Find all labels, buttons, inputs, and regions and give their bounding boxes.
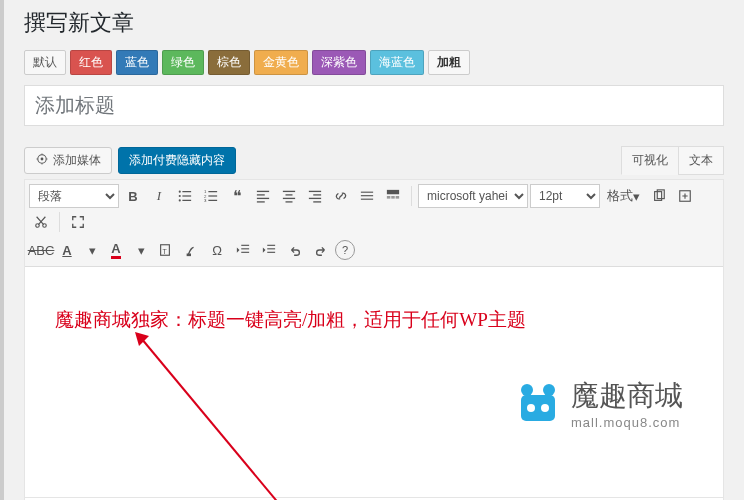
svg-rect-30 [387, 196, 391, 199]
svg-rect-17 [257, 201, 265, 202]
blockquote-button[interactable]: ❝ [225, 184, 249, 208]
strikethrough-button[interactable]: ABC [29, 238, 53, 262]
editor-container: 段落 B I 123 ❝ microsoft yahei 12pt 格式 ▾ [24, 179, 724, 498]
add-media-button[interactable]: 添加媒体 [24, 147, 112, 174]
color-button-3[interactable]: 绿色 [162, 50, 204, 75]
bold-button[interactable]: B [121, 184, 145, 208]
post-title-input[interactable] [24, 85, 724, 126]
tab-visual[interactable]: 可视化 [621, 146, 679, 175]
align-left-button[interactable] [251, 184, 275, 208]
svg-rect-5 [182, 195, 191, 196]
bullet-list-button[interactable] [173, 184, 197, 208]
editor-toolbar: 段落 B I 123 ❝ microsoft yahei 12pt 格式 ▾ [25, 180, 723, 267]
svg-rect-25 [313, 201, 321, 202]
svg-point-50 [543, 384, 555, 396]
color-button-row: 默认红色蓝色绿色棕色金黄色深紫色海蓝色加粗 [24, 50, 724, 75]
svg-rect-14 [257, 191, 269, 192]
text-color-dropdown[interactable]: ▾ [131, 238, 151, 262]
svg-rect-40 [187, 254, 191, 257]
logo-icon [515, 381, 561, 427]
svg-rect-13 [208, 200, 217, 201]
align-center-button[interactable] [277, 184, 301, 208]
media-row: 添加媒体 添加付费隐藏内容 可视化 文本 [24, 146, 724, 175]
svg-point-1 [41, 158, 44, 161]
color-button-5[interactable]: 金黄色 [254, 50, 308, 75]
editor-tabs: 可视化 文本 [622, 146, 724, 175]
svg-rect-31 [391, 196, 395, 199]
arrow-annotation [135, 332, 335, 500]
insert-button[interactable] [673, 184, 697, 208]
paste-text-button[interactable]: T [153, 238, 177, 262]
tab-text[interactable]: 文本 [678, 146, 724, 175]
add-paid-content-button[interactable]: 添加付费隐藏内容 [118, 147, 236, 174]
svg-rect-19 [286, 194, 293, 195]
svg-rect-41 [241, 245, 249, 246]
number-list-button[interactable]: 123 [199, 184, 223, 208]
outdent-button[interactable] [231, 238, 255, 262]
paragraph-select[interactable]: 段落 [29, 184, 119, 208]
copy-button[interactable] [647, 184, 671, 208]
svg-rect-15 [257, 194, 265, 195]
svg-rect-16 [257, 198, 269, 199]
svg-rect-21 [286, 201, 293, 202]
color-button-8[interactable]: 加粗 [428, 50, 470, 75]
link-button[interactable] [329, 184, 353, 208]
svg-rect-18 [283, 191, 295, 192]
toolbar-toggle-button[interactable] [381, 184, 405, 208]
redo-button[interactable] [309, 238, 333, 262]
svg-point-53 [541, 404, 549, 412]
help-button[interactable]: ? [335, 240, 355, 260]
clear-format-button[interactable] [179, 238, 203, 262]
svg-rect-22 [309, 191, 321, 192]
logo-watermark: 魔趣商城 mall.moqu8.com [515, 377, 683, 430]
align-right-button[interactable] [303, 184, 327, 208]
logo-url: mall.moqu8.com [571, 415, 683, 430]
logo-name: 魔趣商城 [571, 377, 683, 415]
editor-content-area[interactable]: 魔趣商城独家：标题一键高亮/加粗，适用于任何WP主题 魔趣商城 mall.moq… [25, 267, 723, 497]
svg-rect-24 [309, 198, 321, 199]
add-media-label: 添加媒体 [53, 152, 101, 169]
more-button[interactable] [355, 184, 379, 208]
svg-rect-26 [361, 192, 373, 193]
svg-rect-9 [208, 191, 217, 192]
media-icon [35, 152, 49, 169]
color-button-6[interactable]: 深紫色 [312, 50, 366, 75]
color-button-7[interactable]: 海蓝色 [370, 50, 424, 75]
cut-button[interactable] [29, 210, 53, 234]
page-title: 撰写新文章 [24, 0, 724, 50]
svg-rect-29 [387, 190, 399, 194]
underline-dropdown[interactable]: ▾ [82, 238, 102, 262]
svg-point-2 [179, 191, 181, 193]
svg-rect-20 [283, 198, 295, 199]
svg-rect-43 [241, 252, 249, 253]
format-select[interactable]: 格式 ▾ [602, 184, 645, 208]
text-color-button[interactable]: A [104, 238, 128, 262]
fullscreen-button[interactable] [66, 210, 90, 234]
svg-text:3: 3 [204, 198, 207, 203]
svg-text:T: T [162, 248, 167, 255]
svg-rect-51 [521, 395, 555, 421]
color-button-2[interactable]: 蓝色 [116, 50, 158, 75]
svg-rect-27 [361, 195, 373, 196]
svg-marker-48 [135, 332, 149, 346]
svg-point-4 [179, 195, 181, 197]
svg-rect-11 [208, 195, 217, 196]
font-family-select[interactable]: microsoft yahei [418, 184, 528, 208]
underline-button[interactable]: A [55, 238, 79, 262]
color-button-1[interactable]: 红色 [70, 50, 112, 75]
svg-point-52 [527, 404, 535, 412]
special-char-button[interactable]: Ω [205, 238, 229, 262]
undo-button[interactable] [283, 238, 307, 262]
color-button-4[interactable]: 棕色 [208, 50, 250, 75]
svg-rect-44 [267, 245, 275, 246]
color-button-0[interactable]: 默认 [24, 50, 66, 75]
promo-text: 魔趣商城独家：标题一键高亮/加粗，适用于任何WP主题 [55, 307, 693, 333]
svg-rect-46 [267, 252, 275, 253]
indent-button[interactable] [257, 238, 281, 262]
svg-rect-42 [241, 248, 249, 249]
svg-rect-23 [313, 194, 321, 195]
svg-rect-28 [361, 199, 373, 200]
italic-button[interactable]: I [147, 184, 171, 208]
svg-rect-32 [396, 196, 400, 199]
font-size-select[interactable]: 12pt [530, 184, 600, 208]
